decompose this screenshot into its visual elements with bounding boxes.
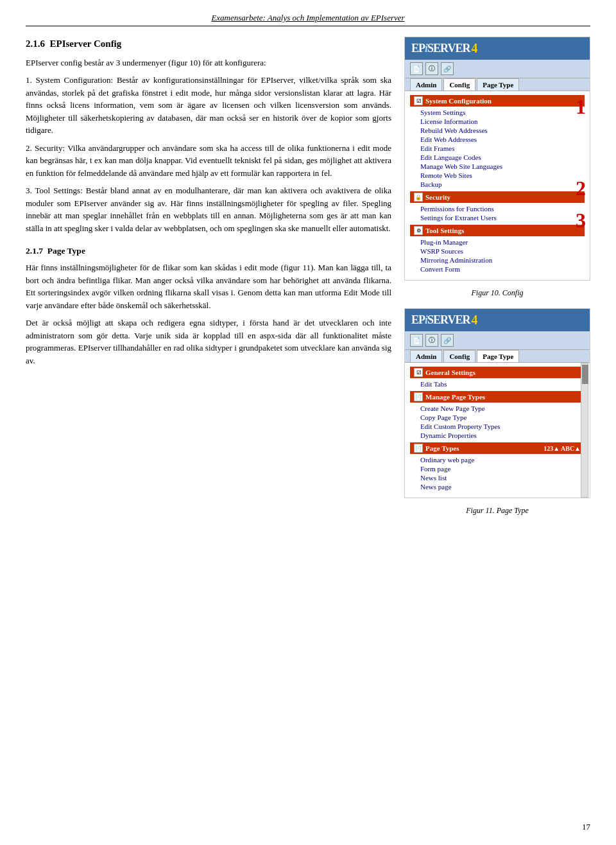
badge-2: 2 [576,178,586,198]
manage-page-types-group: 📄 Manage Page Types Create New Page Type… [410,391,585,440]
manage-page-types-header: 📄 Manage Page Types [410,391,585,403]
tab-config[interactable]: Config [443,78,475,91]
section-216-para2: 1. System Configuration: Består av konfi… [26,74,391,137]
pagetype-panel: EPiSERVER 4 📄 ⓘ 🔗 Admin Config Page Type… [404,308,590,498]
menu-manage-web-lang[interactable]: Manage Web Site Languages [410,162,585,171]
manage-page-types-icon: 📄 [414,392,423,401]
general-settings-group: ☑ General Settings Edit Tabs [410,367,585,388]
pagetype-content: ☑ General Settings Edit Tabs 📄 Manage Pa… [405,363,590,498]
page-types-icon: 📄 [414,444,423,453]
config-panel-header: EPiSERVER 4 [405,37,590,60]
episerver-logo-2: EPiSERVER 4 [411,313,477,327]
config-panel: EPiSERVER 4 📄 ⓘ 🔗 Admin Config Page Type… [404,37,590,281]
section-216-para4: 3. Tool Settings: Består bland annat av … [26,184,391,234]
menu-dynamic-props[interactable]: Dynamic Properties [410,431,585,440]
menu-edit-tabs[interactable]: Edit Tabs [410,379,585,388]
main-layout: 2.1.6 EPIserver Config EPIserver config … [26,37,590,526]
config-toolbar: 📄 ⓘ 🔗 [405,60,590,78]
menu-edit-language[interactable]: Edit Language Codes [410,153,585,162]
toolbar-icon-1[interactable]: 📄 [410,62,423,75]
pagetype-toolbar: 📄 ⓘ 🔗 [405,331,590,350]
config-tab-bar: Admin Config Page Type [405,78,590,91]
pagetype-tab-bar: Admin Config Page Type [405,350,590,363]
page-types-group: 📄 Page Types 123▲ ABC▲ Ordinary web page… [410,442,585,491]
section-216-heading: 2.1.6 EPIserver Config [26,37,391,51]
pagetype-tab-config[interactable]: Config [443,350,475,362]
header-title: Examensarbete: Analys och Implementation… [211,13,404,22]
scrollbar[interactable] [581,363,588,498]
menu-create-page-type[interactable]: Create New Page Type [410,404,585,413]
tool-settings-group: ⚙ Tool Settings Plug-in Manager WSRP Sou… [410,225,585,274]
menu-mirroring[interactable]: Mirroring Administration [410,256,585,265]
menu-edit-web[interactable]: Edit Web Addresses [410,135,585,144]
menu-news-list[interactable]: News list [410,473,585,482]
menu-plugin[interactable]: Plug-in Manager [410,238,585,247]
pagetype-tab-admin[interactable]: Admin [410,350,442,362]
menu-edit-frames[interactable]: Edit Frames [410,144,585,153]
config-content: ☑ System Configuration System Settings L… [405,91,590,280]
section-217-heading: 2.1.7 Page Type [26,245,391,257]
tool-settings-icon: ⚙ [414,226,423,235]
menu-copy-page-type[interactable]: Copy Page Type [410,413,585,422]
section-217-para1: Här finns inställningsmöjligheter för de… [26,261,391,311]
menu-system-settings[interactable]: System Settings [410,108,585,117]
section-216-para3: 2. Security: Vilka användargrupper och a… [26,142,391,180]
left-column: 2.1.6 EPIserver Config EPIserver config … [26,37,391,526]
tab-admin[interactable]: Admin [410,78,442,91]
system-config-group: ☑ System Configuration System Settings L… [410,95,585,189]
page-header: Examensarbete: Analys och Implementation… [26,13,590,26]
pagetype-toolbar-icon-2[interactable]: ⓘ [425,334,438,347]
badge-1: 1 [576,96,586,117]
menu-wsrp[interactable]: WSRP Sources [410,247,585,256]
menu-news-page[interactable]: News page [410,482,585,491]
fig10-caption: Figur 10. Config [404,288,590,298]
security-icon: 🔒 [414,193,423,202]
menu-edit-custom-props[interactable]: Edit Custom Property Types [410,422,585,431]
scroll-thumb[interactable] [582,365,588,384]
right-column: EPiSERVER 4 📄 ⓘ 🔗 Admin Config Page Type… [404,37,590,526]
pagetype-panel-header: EPiSERVER 4 [405,309,590,331]
pagetype-tab-pagetype[interactable]: Page Type [477,350,519,362]
section-216-para1: EPIserver config består av 3 undermenyer… [26,57,391,69]
menu-convert[interactable]: Convert Form [410,265,585,274]
menu-extranet[interactable]: Settings for Extranet Users [410,213,585,222]
tool-settings-header: ⚙ Tool Settings [410,225,585,236]
system-config-icon: ☑ [414,96,423,105]
menu-ordinary-page[interactable]: Ordinary web page [410,455,585,464]
pagetype-toolbar-icon-3[interactable]: 🔗 [441,334,454,347]
general-settings-icon: ☑ [414,368,423,377]
pagetype-toolbar-icon-1[interactable]: 📄 [410,334,423,347]
security-header: 🔒 Security [410,191,585,203]
menu-license-info[interactable]: License Information [410,117,585,126]
tab-page-type[interactable]: Page Type [477,78,519,91]
fig11-caption: Figur 11. Page Type [404,506,590,516]
menu-rebuild-web[interactable]: Rebuild Web Addresses [410,126,585,135]
episerver-logo: EPiSERVER 4 [411,41,477,56]
section-217-para2: Det är också möjligt att skapa och redig… [26,317,391,367]
system-config-header: ☑ System Configuration [410,95,585,107]
menu-form-page[interactable]: Form page [410,464,585,473]
security-group: 🔒 Security Permissions for Functions Set… [410,191,585,222]
page-number: 17 [582,822,590,832]
toolbar-icon-3[interactable]: 🔗 [441,62,454,75]
toolbar-icon-2[interactable]: ⓘ [425,62,438,75]
badge-3: 3 [576,210,586,231]
general-settings-header: ☑ General Settings [410,367,585,378]
menu-permissions[interactable]: Permissions for Functions [410,204,585,213]
menu-remote-web[interactable]: Remote Web Sites [410,171,585,180]
page-types-header: 📄 Page Types 123▲ ABC▲ [410,442,585,454]
menu-backup[interactable]: Backup [410,180,585,189]
